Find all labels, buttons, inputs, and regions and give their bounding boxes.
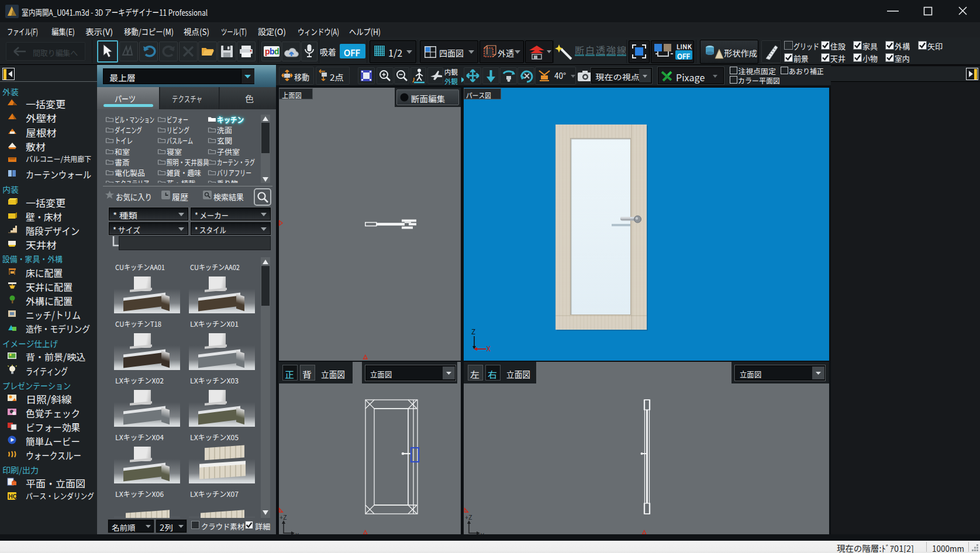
svg-text:Z: Z [471, 326, 475, 336]
svg-text:HQ: HQ [9, 493, 18, 500]
svg-text:+Z: +Z [279, 512, 287, 521]
svg-text:X: X [486, 343, 491, 353]
svg-text:+Z: +Z [465, 512, 472, 521]
svg-text:d: d [274, 47, 279, 56]
